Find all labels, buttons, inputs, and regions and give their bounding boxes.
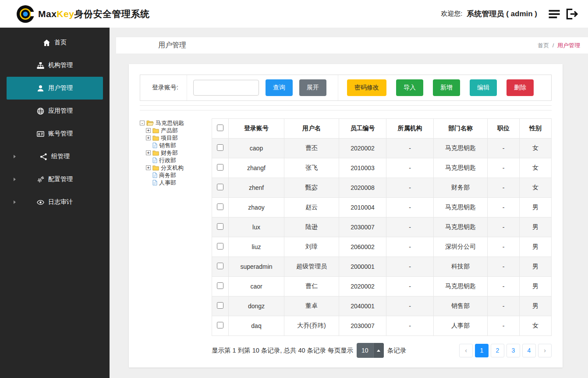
sidebar-item-home[interactable]: 首页 xyxy=(0,31,110,54)
table-cell: 董卓 xyxy=(284,296,339,316)
tree-node[interactable]: +商务部 xyxy=(146,171,205,179)
tree-node[interactable]: +财务部 xyxy=(146,149,205,157)
tree-node-label: 产品部 xyxy=(161,127,178,135)
sidebar-item-audit[interactable]: 日志审计 xyxy=(0,191,110,214)
collapse-expander-icon[interactable]: - xyxy=(140,121,145,125)
table-row[interactable]: caop曹丕2020002-马克思钥匙-女 xyxy=(212,139,552,158)
welcome-label: 欢迎您: xyxy=(441,10,462,18)
header-right: 欢迎您: 系统管理员 ( admin ) xyxy=(441,8,578,20)
sidebar-item-config[interactable]: 配置管理 xyxy=(0,168,110,191)
tree-node[interactable]: +销售部 xyxy=(146,142,205,149)
expand-expander-icon[interactable]: + xyxy=(146,128,151,133)
row-checkbox[interactable] xyxy=(217,322,223,328)
row-checkbox[interactable] xyxy=(217,164,223,171)
expand-expander-icon[interactable]: + xyxy=(146,136,151,140)
table-row[interactable]: lux陆逊2030007-马克思钥匙-男 xyxy=(212,218,552,237)
brand-suffix: 身份安全管理系统 xyxy=(74,9,149,19)
chevron-right-icon xyxy=(14,178,16,181)
table-cell: 女 xyxy=(520,316,552,336)
row-checkbox[interactable] xyxy=(217,263,223,269)
add-button[interactable]: 新增 xyxy=(433,79,460,96)
table-cell: 男 xyxy=(520,296,552,316)
breadcrumb-home-link[interactable]: 首页 xyxy=(538,42,549,49)
table-row[interactable]: superadmin超级管理员2000001-科技部-男 xyxy=(212,257,552,277)
tree-node[interactable]: +分支机构 xyxy=(146,164,205,171)
prev-page-button[interactable]: ‹ xyxy=(459,344,473,357)
table-cell: - xyxy=(386,316,434,336)
expand-expander-icon[interactable]: + xyxy=(146,165,151,170)
page-button-3[interactable]: 3 xyxy=(507,344,520,357)
table-row[interactable]: dongz董卓2040001-销售部-男 xyxy=(212,296,552,316)
chevron-right-icon xyxy=(14,155,16,158)
table-row[interactable]: zhangf张飞2010003-马克思钥匙-女 xyxy=(212,158,552,178)
row-checkbox[interactable] xyxy=(217,144,223,151)
query-button[interactable]: 查询 xyxy=(266,79,293,96)
file-icon xyxy=(152,157,157,163)
tree-node[interactable]: +项目部 xyxy=(146,134,205,142)
page-size-select[interactable]: 10 xyxy=(357,343,384,358)
row-checkbox[interactable] xyxy=(217,203,223,210)
maxkey-logo-icon xyxy=(17,5,34,23)
tree-node[interactable]: +产品部 xyxy=(146,127,205,134)
table-cell: 曹仁 xyxy=(284,277,339,296)
delete-button[interactable]: 删除 xyxy=(507,79,534,96)
table-row[interactable]: liuz刘璋2060002-深圳分公司-男 xyxy=(212,237,552,257)
select-all-checkbox[interactable] xyxy=(217,125,223,131)
page-button-1[interactable]: 1 xyxy=(475,344,489,357)
menu-list-icon[interactable] xyxy=(548,8,561,20)
sidebar-item-account[interactable]: 账号管理 xyxy=(0,122,110,145)
row-checkbox[interactable] xyxy=(217,184,223,190)
tree-node[interactable]: +行政部 xyxy=(146,157,205,164)
pager: ‹1234› xyxy=(459,344,552,357)
app-title: MaxKey身份安全管理系统 xyxy=(38,8,149,20)
records-summary-text: 显示第 1 到第 10 条记录, 总共 40 条记录 每页显示 xyxy=(212,346,353,355)
sidebar-item-label: 日志审计 xyxy=(48,198,73,206)
table-cell: - xyxy=(488,139,520,158)
sidebar-item-label: 应用管理 xyxy=(48,107,73,115)
sidebar-item-app[interactable]: 应用管理 xyxy=(0,100,110,122)
table-row[interactable]: caor曹仁2020002-马克思钥匙-男 xyxy=(212,277,552,296)
sidebar-item-user[interactable]: 用户管理 xyxy=(7,77,103,100)
sidebar-item-org[interactable]: 机构管理 xyxy=(0,54,110,77)
row-checkbox[interactable] xyxy=(217,243,223,250)
table-cell: zhenf xyxy=(229,178,284,198)
tree-node-label: 财务部 xyxy=(161,149,178,157)
next-page-button[interactable]: › xyxy=(538,344,552,357)
table-cell: 马克思钥匙 xyxy=(434,139,488,158)
row-checkbox[interactable] xyxy=(217,282,223,289)
table-row[interactable]: zhenf甄宓2020008-财务部-女 xyxy=(212,178,552,198)
logout-icon[interactable] xyxy=(565,8,578,20)
table-cell: zhangf xyxy=(229,158,284,178)
page-button-2[interactable]: 2 xyxy=(491,344,504,357)
column-header: 员工编号 xyxy=(339,119,386,139)
table-cell: 马克思钥匙 xyxy=(434,198,488,218)
table-cell: - xyxy=(488,178,520,198)
sidebar-item-group[interactable]: 组管理 xyxy=(0,145,110,168)
advanced-search-collapsed xyxy=(140,105,552,111)
table-cell: 财务部 xyxy=(434,178,488,198)
row-checkbox[interactable] xyxy=(217,223,223,230)
breadcrumb-current: 用户管理 xyxy=(557,42,580,49)
import-button[interactable]: 导入 xyxy=(396,79,423,96)
table-cell: 马克思钥匙 xyxy=(434,277,488,296)
row-checkbox[interactable] xyxy=(217,302,223,309)
tree-node[interactable]: +人事部 xyxy=(146,179,205,186)
expand-button[interactable]: 展开 xyxy=(299,79,326,96)
folder-icon xyxy=(152,136,159,141)
brand: MaxKey身份安全管理系统 xyxy=(17,5,149,23)
table-row[interactable]: daq大乔(乔玮)2030007-人事部-女 xyxy=(212,316,552,336)
tree-node[interactable]: -马克思钥匙 xyxy=(140,119,205,127)
table-cell: caop xyxy=(229,139,284,158)
edit-button[interactable]: 编辑 xyxy=(470,79,497,96)
home-icon xyxy=(43,39,50,46)
table-cell: - xyxy=(386,277,434,296)
table-cell: 超级管理员 xyxy=(284,257,339,277)
table-row[interactable]: zhaoy赵云2010004-马克思钥匙-男 xyxy=(212,198,552,218)
table-cell: - xyxy=(488,198,520,218)
table-cell: 2020008 xyxy=(339,178,386,198)
expand-expander-icon[interactable]: + xyxy=(146,150,151,155)
page-button-4[interactable]: 4 xyxy=(522,344,536,357)
login-account-input[interactable] xyxy=(193,80,259,96)
password-modify-button[interactable]: 密码修改 xyxy=(347,79,386,96)
eye-icon xyxy=(37,199,44,206)
